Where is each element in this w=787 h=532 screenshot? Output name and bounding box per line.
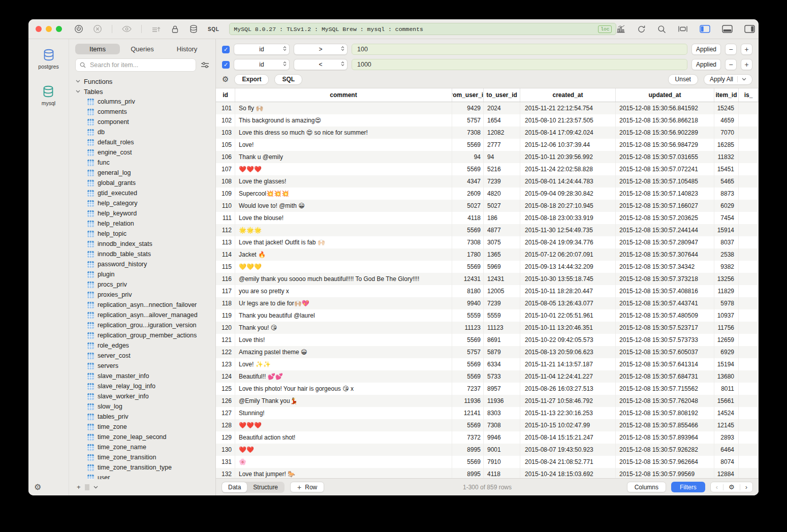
cell-item-id[interactable]: 13680: [714, 370, 739, 383]
cell-created-at[interactable]: 2015-08-07 19:43:50.923: [520, 444, 616, 456]
lock-icon[interactable]: [171, 25, 179, 34]
cell-is[interactable]: [739, 248, 759, 261]
cell-comment[interactable]: Love this!: [235, 334, 452, 346]
cell-updated-at[interactable]: 2015-12-08 15:30:57.893964: [616, 431, 714, 444]
filter-applied-button[interactable]: Applied: [691, 59, 721, 70]
cell-is[interactable]: [739, 297, 759, 309]
cell-from-user-id[interactable]: 5569: [452, 358, 484, 370]
process-list-icon[interactable]: [151, 25, 161, 33]
cell-updated-at[interactable]: 2015-12-08 15:30:57.480509: [616, 309, 714, 322]
sidebar-table-item[interactable]: general_log: [76, 168, 215, 178]
tab-history[interactable]: History: [165, 44, 209, 54]
cell-item-id[interactable]: 8873: [714, 187, 739, 200]
cell-to-user-id[interactable]: 4877: [484, 224, 520, 236]
table-row[interactable]: 116 @emily thank you soooo much beautifu…: [216, 273, 759, 285]
cell-is[interactable]: [739, 139, 759, 151]
cell-to-user-id[interactable]: 12082: [484, 127, 520, 139]
cell-is[interactable]: [739, 456, 759, 468]
cell-updated-at[interactable]: 2015-12-08 15:30:57.072241: [616, 163, 714, 175]
tree-group-tables[interactable]: Tables: [76, 86, 215, 97]
cell-id[interactable]: 127: [216, 407, 235, 419]
cell-created-at[interactable]: 2015-09-13 14:44:32.209: [520, 261, 616, 273]
sql-editor-icon[interactable]: SQL: [208, 26, 219, 32]
cell-is[interactable]: [739, 346, 759, 358]
cell-is[interactable]: [739, 212, 759, 224]
filter-value-input[interactable]: 100: [352, 44, 687, 55]
table-row[interactable]: 106 Thank u @emily 94 94 2015-10-11 20:3…: [216, 151, 759, 163]
cell-is[interactable]: [739, 236, 759, 248]
cell-updated-at[interactable]: 2015-12-08 15:30:57.140823: [616, 187, 714, 200]
cell-is[interactable]: [739, 114, 759, 127]
cell-created-at[interactable]: 2015-08-26 16:03:27.513: [520, 383, 616, 395]
remove-filter-button[interactable]: −: [725, 44, 737, 55]
cell-comment[interactable]: Supercool💥💥💥: [235, 187, 452, 200]
sidebar-table-item[interactable]: help_category: [76, 198, 215, 208]
sidebar-table-item[interactable]: default_roles: [76, 137, 215, 147]
cell-id[interactable]: 122: [216, 346, 235, 358]
cell-id[interactable]: 108: [216, 175, 235, 187]
cell-from-user-id[interactable]: 7308: [452, 127, 484, 139]
cell-to-user-id[interactable]: 4118: [484, 468, 520, 478]
cell-comment[interactable]: Love that jacket! Outfit is fab 🙌🏻: [235, 236, 452, 248]
cell-comment[interactable]: Ur legs are to die for🙌🏼💖: [235, 297, 452, 309]
cell-created-at[interactable]: 2015-11-27 10:58:46.792: [520, 395, 616, 407]
cell-is[interactable]: [739, 285, 759, 297]
cell-updated-at[interactable]: 2015-12-08 15:30:57.715562: [616, 383, 714, 395]
table-row[interactable]: 132 Love that jumper! 🐎 8995 4118 2015-1…: [216, 468, 759, 478]
cell-from-user-id[interactable]: 11936: [452, 395, 484, 407]
next-page-button[interactable]: ›: [740, 483, 752, 491]
connection-mysql[interactable]: mysql: [42, 85, 55, 106]
cell-item-id[interactable]: 12884: [714, 468, 739, 478]
column-width-icon[interactable]: [678, 25, 688, 33]
cell-from-user-id[interactable]: 8995: [452, 468, 484, 478]
sidebar-table-item[interactable]: global_grants: [76, 178, 215, 188]
toggle-right-panel-icon[interactable]: [744, 25, 755, 33]
table-row[interactable]: 114 Jacket 🔥 1780 1365 2015-07-12 06:20:…: [216, 248, 759, 261]
cell-is[interactable]: [739, 151, 759, 163]
cell-is[interactable]: [739, 468, 759, 478]
chart-icon[interactable]: [616, 25, 625, 33]
cell-created-at[interactable]: 2015-12-06 10:37:39.44: [520, 139, 616, 151]
table-row[interactable]: 126 @Emily Thank you💃 11936 11936 2015-1…: [216, 395, 759, 407]
cell-id[interactable]: 128: [216, 419, 235, 431]
cell-is[interactable]: [739, 370, 759, 383]
tab-structure[interactable]: Structure: [247, 482, 284, 492]
cell-item-id[interactable]: 14524: [714, 407, 739, 419]
cell-id[interactable]: 105: [216, 139, 235, 151]
cell-to-user-id[interactable]: 8957: [484, 383, 520, 395]
sidebar-table-item[interactable]: user: [76, 473, 215, 479]
cell-created-at[interactable]: 2015-10-22 09:42:05.573: [520, 334, 616, 346]
cell-to-user-id[interactable]: 7910: [484, 456, 520, 468]
cell-from-user-id[interactable]: 4118: [452, 212, 484, 224]
cell-id[interactable]: 103: [216, 127, 235, 139]
add-filter-button[interactable]: +: [741, 59, 752, 70]
cell-comment[interactable]: Beautiful action shot!: [235, 431, 452, 444]
cell-from-user-id[interactable]: 8180: [452, 285, 484, 297]
apply-all-chevron-icon[interactable]: [742, 78, 746, 81]
sidebar-table-item[interactable]: help_relation: [76, 218, 215, 229]
sidebar-table-item[interactable]: replication_asyn...ailover_managed: [76, 310, 215, 320]
cell-is[interactable]: [739, 309, 759, 322]
table-row[interactable]: 110 Would love to! @mith 😁 5027 5027 201…: [216, 200, 759, 212]
export-button[interactable]: Export: [234, 74, 269, 85]
cell-updated-at[interactable]: 2015-12-08 15:30:57.573733: [616, 334, 714, 346]
cell-comment[interactable]: Beautiful!! 💕💕: [235, 370, 452, 383]
cell-from-user-id[interactable]: 5757: [452, 114, 484, 127]
cell-from-user-id[interactable]: 1780: [452, 248, 484, 261]
filter-operator-select[interactable]: >: [294, 44, 348, 55]
cell-created-at[interactable]: 2015-08-01 14:24:44.783: [520, 175, 616, 187]
cell-item-id[interactable]: 6929: [714, 346, 739, 358]
cell-item-id[interactable]: 2893: [714, 431, 739, 444]
cell-created-at[interactable]: 2015-11-24 22:02:58.828: [520, 163, 616, 175]
cell-is[interactable]: [739, 334, 759, 346]
cell-comment[interactable]: 🌸: [235, 456, 452, 468]
cell-is[interactable]: [739, 431, 759, 444]
disconnect-icon[interactable]: [93, 24, 102, 34]
cell-updated-at[interactable]: 2015-12-08 15:30:56.984729: [616, 139, 714, 151]
cell-item-id[interactable]: 12659: [714, 334, 739, 346]
cell-updated-at[interactable]: 2015-12-08 15:30:57.684731: [616, 370, 714, 383]
cell-item-id[interactable]: 4659: [714, 114, 739, 127]
tab-data[interactable]: Data: [222, 482, 247, 492]
cell-from-user-id[interactable]: 4347: [452, 175, 484, 187]
cell-comment[interactable]: Thank you! 😘: [235, 322, 452, 334]
